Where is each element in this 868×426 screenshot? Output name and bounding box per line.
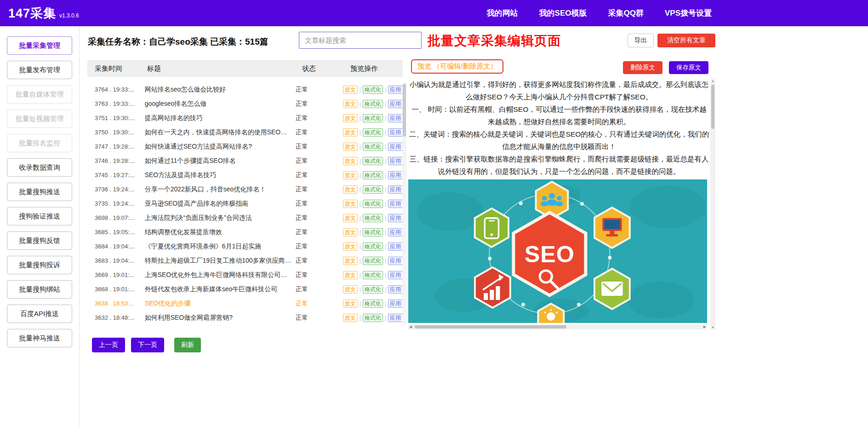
sidebar-item[interactable]: 批量发布管理 (7, 61, 72, 79)
save-original-button[interactable]: 保存原文 (669, 61, 708, 74)
table-row[interactable]: 3751 . 19:30:... 提高网站排名的技巧 正常 原文 | 格式化 |… (87, 111, 403, 125)
format-action-link[interactable]: 格式化 (363, 285, 383, 294)
table-row[interactable]: 3669 . 19:01:... 上海SEO优化外包上海牛巨微网络科技有限公司站… (87, 268, 403, 282)
origin-action-link[interactable]: 原文 (343, 285, 358, 294)
scroll-left-arrow-icon[interactable]: ◀ (409, 324, 412, 329)
table-row[interactable]: 3750 . 19:30:... 如何在一天之内，快速提高网络排名的使用SEO技… (87, 125, 403, 139)
origin-action-link[interactable]: 原文 (343, 314, 358, 322)
sidebar-item[interactable]: 批量神马推送 (7, 329, 72, 347)
delete-original-button[interactable]: 删除原文 (623, 61, 662, 74)
origin-action-link[interactable]: 原文 (343, 214, 358, 222)
format-action-link[interactable]: 格式化 (363, 128, 383, 137)
preview-vertical-scrollbar[interactable]: ▲ ▼ (710, 78, 715, 330)
apply-action-link[interactable]: 应用 (388, 114, 403, 122)
sidebar-item[interactable]: 批量搜狗反馈 (7, 231, 72, 250)
format-action-link[interactable]: 格式化 (363, 228, 383, 236)
format-action-link[interactable]: 格式化 (363, 171, 383, 179)
table-row[interactable]: 3764 . 19:33:... 网站排名seo怎么做会比较好 正常 原文 | … (87, 82, 403, 97)
sidebar-item[interactable]: 批量搜狗推送 (7, 183, 72, 201)
origin-action-link[interactable]: 原文 (343, 128, 358, 137)
top-nav-item[interactable]: 我的SEO模版 (539, 8, 587, 18)
format-action-link[interactable]: 格式化 (363, 157, 383, 165)
format-action-link[interactable]: 格式化 (363, 271, 383, 279)
origin-action-link[interactable]: 原文 (343, 257, 358, 265)
apply-action-link[interactable]: 应用 (388, 86, 403, 94)
scroll-right-arrow-icon[interactable]: ▶ (703, 324, 706, 329)
origin-action-link[interactable]: 原文 (343, 299, 358, 308)
sidebar-item[interactable]: 搜狗验证推送 (7, 207, 72, 225)
table-scrollbar[interactable] (402, 82, 406, 325)
apply-action-link[interactable]: 应用 (388, 185, 403, 194)
sidebar-item[interactable]: 收录数据查询 (7, 158, 72, 177)
apply-action-link[interactable]: 应用 (388, 299, 403, 308)
search-input[interactable] (299, 32, 422, 49)
table-row[interactable]: 3685 . 19:05:... 结构调整优化发展提质增效 正常 原文 | 格式… (87, 225, 403, 239)
origin-action-link[interactable]: 原文 (343, 100, 358, 108)
table-row[interactable]: 3684 . 19:04:... 《宁夏优化营商环境条例》6月1日起实施 正常 … (87, 239, 403, 253)
apply-action-link[interactable]: 应用 (388, 257, 403, 265)
origin-action-link[interactable]: 原文 (343, 200, 358, 208)
refresh-button[interactable]: 刷新 (174, 338, 201, 352)
origin-action-link[interactable]: 原文 (343, 171, 358, 179)
apply-action-link[interactable]: 应用 (388, 100, 403, 108)
sidebar-item[interactable]: 批量采集管理 (7, 36, 72, 55)
sidebar-item[interactable]: 批量短视频管理 (7, 109, 72, 128)
origin-action-link[interactable]: 原文 (343, 242, 358, 251)
table-scrollbar-thumb[interactable] (403, 84, 406, 137)
table-row[interactable]: 3632 . 18:48:... 如何利用SEO做全网霸屏营销? 正常 原文 |… (87, 311, 403, 325)
scroll-down-arrow-icon[interactable]: ▼ (710, 326, 715, 329)
sidebar-item[interactable]: 批量排名监控 (7, 134, 72, 152)
format-action-link[interactable]: 格式化 (363, 214, 383, 222)
format-action-link[interactable]: 格式化 (363, 143, 383, 151)
apply-action-link[interactable]: 应用 (388, 285, 403, 294)
format-action-link[interactable]: 格式化 (363, 257, 383, 265)
format-action-link[interactable]: 格式化 (363, 314, 383, 322)
top-nav-item[interactable]: 我的网站 (487, 8, 518, 18)
preview-horizontal-scrollbar[interactable]: ◀ ▶ (408, 324, 707, 329)
format-action-link[interactable]: 格式化 (363, 200, 383, 208)
table-row[interactable]: 3638 . 18:53:... SEO优化的步骤 正常 原文 | 格式化 | … (87, 296, 403, 311)
preview-horizontal-scrollbar-thumb[interactable] (415, 325, 566, 328)
apply-action-link[interactable]: 应用 (388, 171, 403, 179)
top-nav-item[interactable]: 采集QQ群 (608, 8, 644, 18)
apply-action-link[interactable]: 应用 (388, 157, 403, 165)
format-action-link[interactable]: 格式化 (363, 86, 383, 94)
apply-action-link[interactable]: 应用 (388, 143, 403, 151)
apply-action-link[interactable]: 应用 (388, 200, 403, 208)
format-action-link[interactable]: 格式化 (363, 114, 383, 122)
export-button[interactable]: 导出 (628, 34, 654, 47)
apply-action-link[interactable]: 应用 (388, 214, 403, 222)
origin-action-link[interactable]: 原文 (343, 185, 358, 194)
origin-action-link[interactable]: 原文 (343, 114, 358, 122)
format-action-link[interactable]: 格式化 (363, 299, 383, 308)
clear-all-articles-button[interactable]: 清空所有文章 (657, 34, 715, 47)
format-action-link[interactable]: 格式化 (363, 100, 383, 108)
apply-action-link[interactable]: 应用 (388, 242, 403, 251)
table-row[interactable]: 3745 . 19:27:... SEO方法及提高排名技巧 正常 原文 | 格式… (87, 168, 403, 182)
origin-action-link[interactable]: 原文 (343, 271, 358, 279)
origin-action-link[interactable]: 原文 (343, 228, 358, 236)
table-row[interactable]: 3763 . 19:33:... googleseo排名怎么做 正常 原文 | … (87, 97, 403, 111)
apply-action-link[interactable]: 应用 (388, 228, 403, 236)
apply-action-link[interactable]: 应用 (388, 271, 403, 279)
scroll-up-arrow-icon[interactable]: ▲ (710, 79, 715, 82)
origin-action-link[interactable]: 原文 (343, 86, 358, 94)
table-row[interactable]: 3746 . 19:28:... 如何通过11个步骤提高SEO排名 正常 原文 … (87, 154, 403, 168)
origin-action-link[interactable]: 原文 (343, 143, 358, 151)
table-row[interactable]: 3736 . 19:24:... 分享一个2022新风口，抖音seo优化排名！ … (87, 182, 403, 196)
table-row[interactable]: 3747 . 19:28:... 如何快速通过SEO方法提高网站排名? 正常 原… (87, 139, 403, 154)
origin-action-link[interactable]: 原文 (343, 157, 358, 165)
table-row[interactable]: 3735 . 19:24:... 亚马逊SEO提高产品排名的终极指南 正常 原文… (87, 196, 403, 211)
apply-action-link[interactable]: 应用 (388, 314, 403, 322)
sidebar-item[interactable]: 百度API推送 (7, 305, 72, 323)
table-row[interactable]: 3683 . 19:04:... 特斯拉上海超级工厂19日复工推动100多家供应… (87, 253, 403, 268)
table-row[interactable]: 3698 . 19:07:... 上海法院判决“负面压制业务”合同违法 正常 原… (87, 211, 403, 225)
next-page-button[interactable]: 下一页 (131, 338, 164, 352)
table-row[interactable]: 3668 . 19:01:... 外链代发包收录上海新媒体seo牛巨微科技公司 … (87, 282, 403, 296)
sidebar-item[interactable]: 批量搜狗投诉 (7, 256, 72, 274)
sidebar-item[interactable]: 批量搜狗绑站 (7, 280, 72, 299)
top-nav-item[interactable]: VPS拨号设置 (665, 8, 712, 18)
preview-vertical-scrollbar-thumb[interactable] (711, 85, 714, 129)
apply-action-link[interactable]: 应用 (388, 128, 403, 137)
sidebar-item[interactable]: 批量自媒体管理 (7, 85, 72, 104)
